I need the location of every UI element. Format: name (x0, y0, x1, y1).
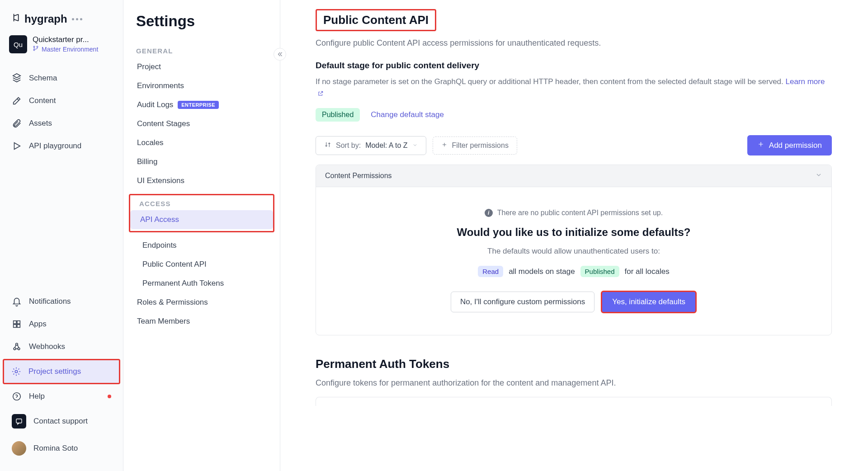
svg-rect-12 (16, 419, 22, 423)
defaults-summary: Read all models on stage Published for a… (334, 266, 813, 277)
empty-state-info: i There are no public content API permis… (334, 209, 813, 217)
initialize-defaults-button[interactable]: Yes, initialize defaults (601, 291, 697, 313)
project-avatar: Qu (9, 35, 27, 53)
svg-rect-6 (17, 325, 20, 327)
brand-text: hygraph (24, 13, 67, 25)
nav-assets[interactable]: Assets (5, 112, 118, 135)
layers-icon (12, 73, 22, 83)
paperclip-icon (12, 118, 22, 128)
bell-icon (12, 297, 22, 306)
primary-sidebar: hygraph Qu Quickstarter pr... Master Env… (0, 0, 123, 471)
logo-row: hygraph (0, 9, 123, 33)
published-stage-pill: Published (316, 108, 360, 122)
settings-roles[interactable]: Roles & Permissions (127, 293, 276, 312)
notification-dot-icon (108, 395, 111, 398)
main-content: Public Content API Configure public Cont… (280, 0, 868, 471)
settings-billing[interactable]: Billing (127, 152, 276, 171)
settings-project[interactable]: Project (127, 57, 276, 76)
menu-dots-icon[interactable] (72, 18, 82, 20)
settings-locales[interactable]: Locales (127, 133, 276, 152)
settings-content-stages[interactable]: Content Stages (127, 114, 276, 133)
section-general-label: GENERAL (127, 39, 276, 57)
settings-permanent-auth-tokens[interactable]: Permanent Auth Tokens (127, 274, 276, 293)
initialize-question: Would you like us to initialize some def… (334, 226, 813, 239)
content-permissions-panel: Content Permissions i There are no publi… (316, 165, 832, 335)
gear-icon (11, 367, 21, 377)
branch-icon (33, 45, 39, 53)
section-access-label: ACCESS (130, 197, 273, 210)
published-pill: Published (580, 266, 619, 277)
settings-team[interactable]: Team Members (127, 312, 276, 331)
page-title: Public Content API (316, 9, 436, 31)
sort-icon (324, 141, 331, 150)
nav-user-profile[interactable]: Romina Soto (5, 435, 118, 462)
settings-environments[interactable]: Environments (127, 76, 276, 95)
logo-mark-icon (12, 13, 22, 25)
filter-permissions-button[interactable]: Filter permissions (433, 137, 517, 155)
external-link-icon (317, 90, 324, 97)
help-icon (12, 391, 22, 401)
plus-icon (441, 141, 448, 150)
plus-icon (757, 141, 764, 150)
nav-schema[interactable]: Schema (5, 67, 118, 89)
svg-point-7 (14, 348, 16, 350)
svg-rect-3 (14, 321, 16, 324)
settings-endpoints[interactable]: Endpoints (127, 236, 276, 255)
enterprise-badge: ENTERPRISE (178, 101, 219, 109)
nav-playground[interactable]: API playground (5, 135, 118, 157)
play-icon (12, 141, 22, 151)
defaults-description: The defaults would allow unauthenticated… (334, 247, 813, 256)
nav-webhooks[interactable]: Webhooks (5, 335, 118, 358)
project-name: Quickstarter pr... (33, 35, 114, 44)
tokens-panel-placeholder (316, 397, 832, 406)
tokens-heading: Permanent Auth Tokens (316, 357, 832, 371)
chevron-down-icon (412, 141, 418, 150)
access-section-highlight: ACCESS API Access (129, 194, 274, 232)
settings-api-access[interactable]: API Access (130, 210, 273, 229)
nav-project-settings[interactable]: Project settings (3, 359, 120, 384)
svg-rect-5 (14, 325, 16, 327)
settings-audit-logs[interactable]: Audit Logs ENTERPRISE (127, 95, 276, 114)
brand-logo[interactable]: hygraph (12, 13, 67, 25)
settings-sidebar: Settings GENERAL Project Environments Au… (123, 0, 280, 471)
nav-notifications[interactable]: Notifications (5, 290, 118, 313)
user-avatar (12, 441, 26, 456)
nav-help[interactable]: Help (5, 385, 118, 408)
apps-icon (12, 319, 22, 329)
settings-public-content-api[interactable]: Public Content API (127, 255, 276, 274)
settings-title: Settings (127, 10, 276, 39)
nav-contact-support[interactable]: Contact support (5, 408, 118, 435)
default-stage-description: If no stage parameter is set on the Grap… (316, 76, 832, 99)
change-default-stage-link[interactable]: Change default stage (371, 110, 444, 119)
svg-point-8 (18, 348, 20, 350)
svg-point-10 (15, 370, 18, 373)
svg-point-1 (37, 46, 38, 47)
add-permission-button[interactable]: Add permission (747, 135, 832, 155)
svg-point-11 (13, 393, 21, 400)
project-environment[interactable]: Master Environment (33, 45, 114, 53)
page-subtitle: Configure public Content API access perm… (316, 38, 832, 48)
tokens-subtitle: Configure tokens for permanent authoriza… (316, 378, 832, 388)
svg-point-2 (33, 49, 35, 51)
project-selector[interactable]: Qu Quickstarter pr... Master Environment (0, 33, 123, 60)
chevron-down-icon (815, 171, 822, 180)
svg-point-0 (33, 46, 35, 47)
nav-content[interactable]: Content (5, 89, 118, 112)
configure-custom-button[interactable]: No, I'll configure custom permissions (451, 292, 594, 312)
sort-button[interactable]: Sort by: Model: A to Z (316, 136, 426, 155)
svg-point-9 (16, 343, 18, 345)
read-pill: Read (478, 266, 503, 277)
panel-header[interactable]: Content Permissions (316, 165, 831, 187)
webhook-icon (12, 342, 22, 352)
default-stage-heading: Default stage for public content deliver… (316, 61, 832, 71)
collapse-sidebar-button[interactable] (274, 48, 286, 61)
edit-icon (12, 96, 22, 106)
svg-rect-4 (17, 321, 20, 324)
info-icon: i (485, 209, 493, 217)
nav-apps[interactable]: Apps (5, 313, 118, 335)
chat-icon (12, 414, 26, 429)
settings-ui-extensions[interactable]: UI Extensions (127, 171, 276, 190)
